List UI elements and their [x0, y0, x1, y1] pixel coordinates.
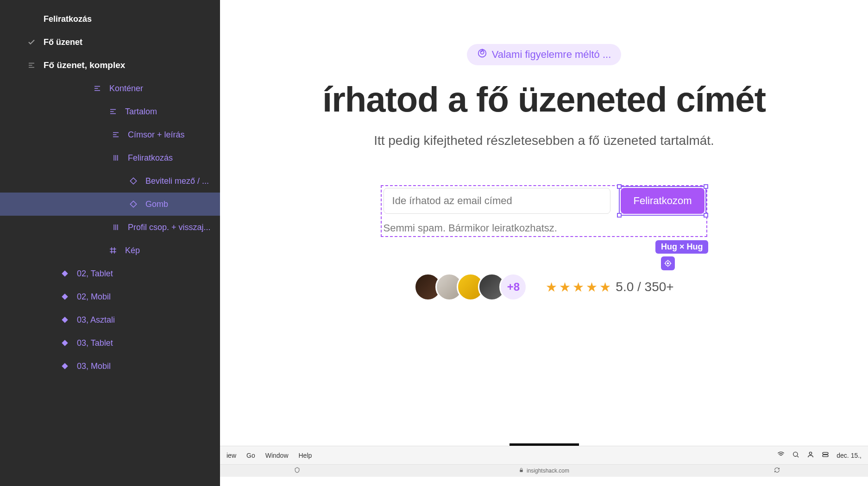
- svg-point-2: [667, 263, 669, 264]
- macos-menubar: iew Go Window Help dec. 15.,: [220, 446, 868, 464]
- avatar-more: +8: [499, 273, 527, 301]
- star-icon: ★: [572, 280, 584, 295]
- resize-handle-bl[interactable]: [617, 213, 622, 218]
- menu-item[interactable]: Window: [265, 452, 289, 459]
- avatar-group: +8: [414, 273, 527, 301]
- layer-label: 03, Mobil: [77, 361, 111, 371]
- stack-icon: [92, 84, 103, 93]
- resize-handle-tr[interactable]: [704, 184, 708, 189]
- layer-label: Gomb: [145, 199, 168, 209]
- signup-form-selection[interactable]: Feliratkozom Semmi spam. Bármikor leirat…: [381, 185, 708, 237]
- layer-label: 02, Tablet: [77, 269, 113, 279]
- resize-handle-tl[interactable]: [617, 184, 622, 189]
- badge-text: Valami figyelemre méltó ...: [492, 49, 611, 61]
- layer-label: Fő üzenet: [44, 37, 82, 47]
- layer-row[interactable]: Profil csop. + visszaj...: [0, 216, 220, 239]
- reload-icon[interactable]: [774, 467, 780, 474]
- diamond-icon: [128, 177, 139, 185]
- announcement-badge[interactable]: Valami figyelemre méltó ...: [467, 44, 622, 65]
- subscribe-button[interactable]: Feliratkozom: [621, 188, 705, 214]
- layer-label: Kép: [125, 246, 140, 255]
- star-icon: ★: [546, 280, 557, 295]
- layer-row[interactable]: 02, Mobil: [0, 285, 220, 308]
- menubar-date: dec. 15.,: [837, 452, 862, 459]
- stack-icon: [26, 61, 37, 69]
- diamond-fill-icon: [59, 362, 70, 370]
- layer-row[interactable]: Beviteli mező / ...: [0, 169, 220, 193]
- layer-label: 03, Asztali: [77, 315, 115, 325]
- svg-point-4: [810, 452, 812, 455]
- rating-stars: ★ ★ ★ ★ ★ 5.0 / 350+: [546, 280, 673, 295]
- search-icon[interactable]: [792, 451, 799, 460]
- wifi-icon: [777, 451, 785, 460]
- layer-row[interactable]: Fő üzenet: [0, 31, 220, 54]
- user-icon[interactable]: [807, 451, 814, 460]
- diamond-fill-icon: [59, 316, 70, 324]
- constraint-label[interactable]: Hug × Hug: [655, 240, 709, 254]
- layers-panel: FeliratkozásFő üzenetFő üzenet, komplexK…: [0, 0, 220, 486]
- hero-headline: írhatod a fő üzeneted címét: [322, 79, 766, 119]
- layer-label: Profil csop. + visszaj...: [128, 223, 211, 232]
- diamond-icon: [128, 200, 139, 208]
- layer-row[interactable]: Feliratkozás: [0, 146, 220, 169]
- lock-icon: [519, 467, 524, 474]
- layer-row[interactable]: 03, Asztali: [0, 308, 220, 331]
- layer-label: Feliratkozás: [44, 14, 92, 24]
- control-center-icon[interactable]: [822, 451, 829, 460]
- browser-url-bar[interactable]: insightshack.com: [220, 464, 868, 477]
- menu-item[interactable]: Help: [299, 452, 312, 459]
- url-text: insightshack.com: [527, 467, 569, 474]
- svg-point-3: [793, 452, 798, 456]
- layer-row[interactable]: 02, Tablet: [0, 262, 220, 285]
- menu-item[interactable]: Go: [246, 452, 255, 459]
- diamond-fill-icon: [59, 269, 70, 278]
- hero-subline: Itt pedig kifejtheted részletesebben a f…: [374, 133, 714, 148]
- layer-label: Tartalom: [125, 107, 157, 117]
- layer-row[interactable]: Konténer: [0, 77, 220, 100]
- layer-row[interactable]: Fő üzenet, komplex: [0, 54, 220, 77]
- stack-icon: [107, 107, 119, 116]
- svg-rect-6: [823, 455, 828, 457]
- columns-icon: [110, 223, 121, 231]
- layer-label: Beviteli mező / ...: [145, 176, 209, 186]
- layer-row[interactable]: Tartalom: [0, 100, 220, 123]
- subscribe-button-selection[interactable]: Feliratkozom: [621, 188, 705, 214]
- layer-label: 03, Tablet: [77, 338, 113, 348]
- layer-row[interactable]: 03, Tablet: [0, 331, 220, 355]
- layer-row[interactable]: Címsor + leírás: [0, 123, 220, 146]
- diamond-fill-icon: [59, 293, 70, 301]
- menu-item[interactable]: iew: [226, 452, 236, 459]
- star-icon: ★: [559, 280, 571, 295]
- signup-row: Feliratkozom: [384, 188, 705, 214]
- frame-icon: [107, 246, 119, 255]
- stack-icon: [110, 131, 121, 139]
- shield-icon[interactable]: [294, 467, 300, 474]
- rating-text: 5.0 / 350+: [616, 280, 673, 294]
- layer-row[interactable]: Feliratkozás: [0, 7, 220, 31]
- layer-label: 02, Mobil: [77, 292, 111, 302]
- svg-rect-7: [520, 470, 522, 472]
- resize-handle-br[interactable]: [704, 213, 708, 218]
- social-proof-row: +8 ★ ★ ★ ★ ★ 5.0 / 350+: [414, 273, 673, 301]
- layer-label: Címsor + leírás: [128, 130, 185, 140]
- svg-rect-5: [823, 452, 828, 454]
- fire-icon: [477, 48, 487, 61]
- layer-row[interactable]: Gomb: [0, 193, 220, 216]
- columns-icon: [110, 154, 121, 162]
- layer-row[interactable]: 03, Mobil: [0, 355, 220, 378]
- layer-row[interactable]: Kép: [0, 239, 220, 262]
- layer-label: Konténer: [109, 84, 143, 93]
- star-icon: ★: [586, 280, 598, 295]
- diamond-fill-icon: [59, 339, 70, 347]
- design-canvas[interactable]: Valami figyelemre méltó ... írhatod a fő…: [220, 0, 868, 486]
- email-input[interactable]: [384, 188, 610, 214]
- spam-note: Semmi spam. Bármikor leiratkozhatsz.: [384, 222, 705, 234]
- layer-label: Feliratkozás: [128, 153, 173, 163]
- hero-section: Valami figyelemre méltó ... írhatod a fő…: [220, 44, 868, 301]
- star-icon: ★: [599, 280, 611, 295]
- layer-label: Fő üzenet, komplex: [44, 60, 125, 70]
- target-icon[interactable]: [661, 256, 675, 270]
- check-icon: [26, 38, 37, 46]
